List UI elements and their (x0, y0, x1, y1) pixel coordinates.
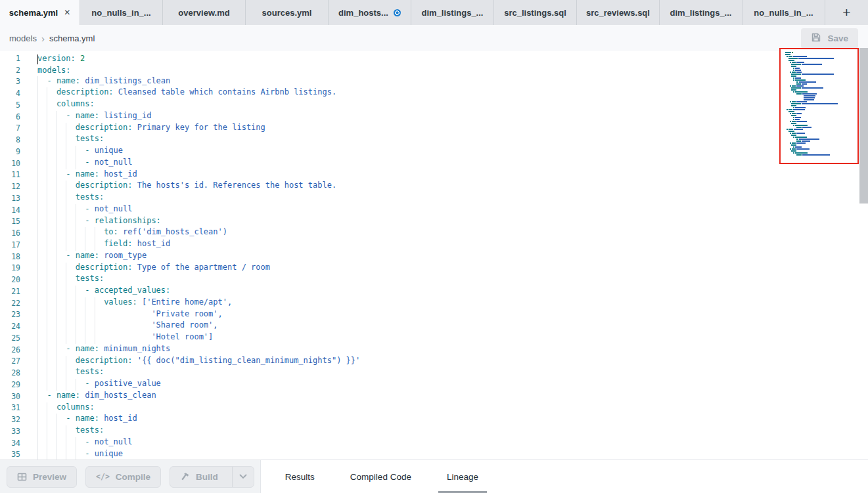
line-number[interactable]: 20 (0, 275, 20, 284)
line-number[interactable]: 26 (0, 345, 20, 354)
tab-compiled-code[interactable]: Compiled Code (347, 460, 415, 493)
breadcrumb-folder[interactable]: models (9, 33, 37, 43)
line-number[interactable]: 2 (0, 66, 20, 75)
line-number[interactable]: 4 (0, 89, 20, 98)
tab-lineage[interactable]: Lineage (444, 460, 482, 493)
line-number[interactable]: 35 (0, 450, 20, 459)
code-line-text[interactable]: to: ref('dim_hosts_clean') (37, 227, 227, 239)
line-number[interactable]: 21 (0, 287, 20, 296)
code-line-text[interactable]: models: (37, 66, 71, 75)
code-line-text[interactable]: - accepted_values: (37, 286, 170, 297)
line-number[interactable]: 12 (0, 182, 20, 191)
line-number[interactable]: 7 (0, 123, 20, 133)
code-line-text[interactable]: tests: (37, 274, 104, 286)
code-line-text[interactable]: description: Type of the apartment / roo… (37, 263, 270, 274)
code-line-text[interactable]: - unique (37, 449, 123, 460)
line-number[interactable]: 15 (0, 217, 20, 226)
build-button-label: Build (196, 472, 218, 482)
editor-tab[interactable]: src_listings.sql (494, 0, 577, 25)
line-number[interactable]: 9 (0, 147, 20, 156)
line-number[interactable]: 5 (0, 100, 20, 110)
editor-tab[interactable]: sources.yml (246, 0, 329, 25)
code-line-text[interactable]: tests: (37, 192, 104, 204)
line-number[interactable]: 32 (0, 415, 20, 424)
code-line-text[interactable]: description: Primary key for the listing (37, 123, 265, 135)
code-line-text[interactable]: - name: host_id (37, 169, 137, 181)
editor-tab[interactable]: overview.md (163, 0, 246, 25)
new-tab-button[interactable]: + (825, 0, 868, 25)
code-line-text[interactable]: description: '{{ doc("dim_listing_clean_… (37, 356, 360, 368)
code-line-text[interactable]: field: host_id (37, 239, 170, 251)
code-line-text[interactable]: - name: dim_listings_clean (37, 76, 170, 88)
code-line-text[interactable]: tests: (37, 425, 104, 437)
editor-tab[interactable]: schema.yml✕ (0, 0, 80, 25)
code-line-text[interactable]: 'Hotel room'] (37, 332, 213, 344)
tab-results[interactable]: Results (282, 460, 318, 493)
close-icon[interactable]: ✕ (64, 8, 70, 17)
line-number[interactable]: 10 (0, 159, 20, 168)
code-line-text[interactable]: description: The hosts's id. References … (37, 181, 336, 192)
code-line-text[interactable]: description: Cleansed table which contai… (37, 87, 336, 99)
code-line-text[interactable]: - unique (37, 146, 123, 158)
minimap[interactable] (779, 48, 859, 164)
line-number[interactable]: 17 (0, 240, 20, 249)
code-line-text[interactable]: - not_null (37, 204, 132, 216)
code-line: 33tests: (0, 425, 868, 437)
line-number[interactable]: 6 (0, 112, 20, 121)
line-number[interactable]: 13 (0, 194, 20, 203)
line-number[interactable]: 19 (0, 263, 20, 272)
editor-tab[interactable]: dim_hosts... (329, 0, 411, 25)
code-line-text[interactable]: - name: listing_id (37, 111, 151, 123)
line-number[interactable]: 30 (0, 392, 20, 401)
vertical-scrollbar-thumb[interactable] (859, 48, 868, 204)
code-line-text[interactable]: - not_null (37, 158, 132, 169)
line-number[interactable]: 31 (0, 403, 20, 412)
code-editor[interactable]: 1version: 22models:3- name: dim_listings… (0, 51, 868, 460)
code-line-text[interactable]: tests: (37, 367, 104, 379)
code-line-text[interactable]: - not_null (37, 437, 132, 449)
result-tabs: Results Compiled Code Lineage (261, 460, 868, 493)
line-number[interactable]: 29 (0, 380, 20, 389)
line-number[interactable]: 25 (0, 333, 20, 343)
line-number[interactable]: 18 (0, 252, 20, 261)
line-number[interactable]: 23 (0, 310, 20, 319)
line-number[interactable]: 3 (0, 77, 20, 86)
line-number[interactable]: 28 (0, 368, 20, 377)
code-line-text[interactable]: - relationships: (37, 216, 161, 228)
tab-strip: schema.yml✕no_nulls_in_...overview.mdsou… (0, 0, 868, 25)
code-line-text[interactable]: - name: minimum_nights (37, 344, 170, 356)
build-dropdown-button[interactable] (232, 467, 254, 487)
code-line-text[interactable]: columns: (37, 99, 95, 111)
code-line-text[interactable]: - positive_value (37, 379, 161, 391)
editor-tab[interactable]: src_reviews.sql (577, 0, 660, 25)
yaml-token: - (47, 391, 56, 400)
yaml-token: version: (37, 54, 76, 63)
editor-tab[interactable]: no_nulls_in_... (742, 0, 825, 25)
editor-tab[interactable]: no_nulls_in_... (80, 0, 163, 25)
line-number[interactable]: 14 (0, 205, 20, 215)
editor-tab[interactable]: dim_listings_... (660, 0, 742, 25)
line-number[interactable]: 16 (0, 228, 20, 238)
code-line-text[interactable]: - name: room_type (37, 251, 147, 263)
code-line-text[interactable]: version: 2 (37, 54, 85, 63)
code-line-text[interactable]: - name: host_id (37, 414, 137, 425)
code-line-text[interactable]: values: ['Entire home/apt', (37, 297, 232, 309)
build-button[interactable]: Build (170, 467, 226, 487)
editor-tab[interactable]: dim_listings_... (411, 0, 494, 25)
preview-button[interactable]: Preview (7, 466, 77, 488)
line-number[interactable]: 24 (0, 322, 20, 331)
code-line-text[interactable]: 'Shared room', (37, 320, 218, 332)
code-line-text[interactable]: 'Private room', (37, 309, 223, 321)
save-button[interactable]: Save (801, 28, 858, 49)
line-number[interactable]: 1 (0, 54, 20, 63)
compile-button[interactable]: </> Compile (85, 466, 161, 488)
code-line-text[interactable]: columns: (37, 402, 95, 414)
line-number[interactable]: 33 (0, 427, 20, 436)
code-line-text[interactable]: tests: (37, 134, 104, 146)
line-number[interactable]: 22 (0, 299, 20, 308)
line-number[interactable]: 11 (0, 170, 20, 179)
code-line-text[interactable]: - name: dim_hosts_clean (37, 391, 156, 402)
line-number[interactable]: 34 (0, 439, 20, 448)
line-number[interactable]: 8 (0, 135, 20, 144)
line-number[interactable]: 27 (0, 356, 20, 366)
